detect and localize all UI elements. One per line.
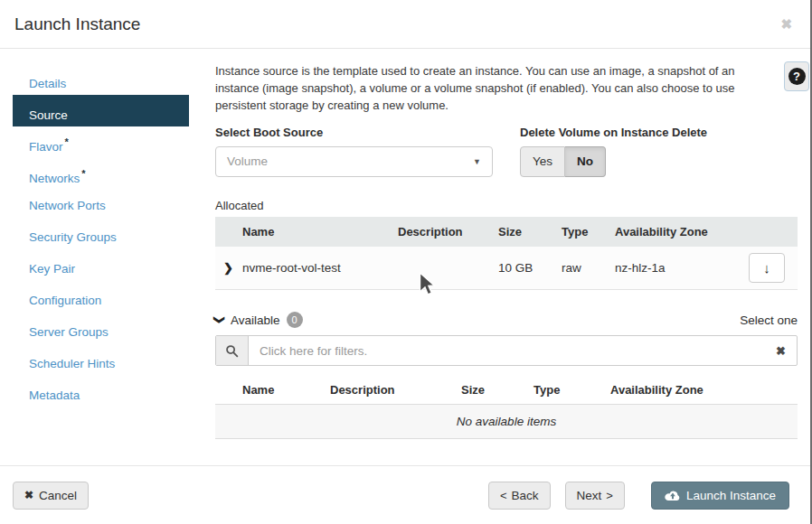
question-icon: ? — [788, 68, 806, 85]
allocated-table: Name Description Size Type Availability … — [215, 217, 798, 291]
available-header: ❯ Available 0 Select one — [215, 312, 798, 328]
sidebar-item-details[interactable]: Details — [13, 63, 189, 95]
arrow-down-icon: ↓ — [763, 260, 770, 276]
sidebar-item-networks[interactable]: Networks* — [13, 158, 189, 190]
row-expander-chevron-icon[interactable]: ❯ — [215, 247, 242, 290]
modal-body: Details Source Flavor* Networks* Network… — [0, 49, 810, 465]
launch-instance-button[interactable]: Launch Instance — [651, 482, 789, 510]
available-title: Available — [231, 313, 280, 327]
allocated-row: ❯ nvme-root-vol-test 10 GB raw nz-hlz-1a… — [215, 247, 798, 290]
chevron-down-icon[interactable]: ❯ — [213, 315, 226, 324]
step-description: Instance source is the template used to … — [215, 63, 751, 115]
available-col-name: Name — [242, 377, 330, 404]
wizard-nav: Details Source Flavor* Networks* Network… — [0, 49, 206, 465]
available-col-az: Availability Zone — [610, 377, 798, 404]
available-header-row: Name Description Size Type Availability … — [215, 377, 798, 404]
close-icon[interactable]: ✖ — [780, 17, 792, 31]
available-col-description: Description — [330, 377, 461, 404]
sidebar-item-server-groups[interactable]: Server Groups — [13, 316, 189, 348]
delete-volume-toggle: Yes No — [520, 146, 707, 177]
allocated-col-description: Description — [398, 217, 498, 247]
deallocate-button[interactable]: ↓ — [749, 253, 785, 283]
x-icon: ✖ — [24, 489, 33, 501]
available-col-type: Type — [533, 377, 610, 404]
cancel-button[interactable]: ✖ Cancel — [13, 482, 89, 510]
required-asterisk: * — [65, 136, 69, 147]
delete-volume-group: Delete Volume on Instance Delete Yes No — [520, 126, 707, 177]
available-count-badge: 0 — [287, 312, 303, 328]
allocated-col-type: Type — [562, 217, 615, 247]
filter-input[interactable] — [249, 336, 765, 365]
required-asterisk: * — [81, 168, 85, 179]
source-step-panel: ? Instance source is the template used t… — [206, 49, 812, 465]
boot-source-select[interactable]: Volume ▼ — [215, 146, 493, 177]
sidebar-item-scheduler-hints[interactable]: Scheduler Hints — [13, 348, 189, 379]
sidebar-item-flavor[interactable]: Flavor* — [13, 126, 189, 158]
delete-volume-no-button[interactable]: No — [565, 146, 606, 177]
available-table: Name Description Size Type Availability … — [215, 377, 798, 439]
delete-volume-yes-button[interactable]: Yes — [520, 146, 565, 177]
modal-header: Launch Instance ✖ — [0, 0, 810, 49]
sidebar-item-configuration[interactable]: Configuration — [13, 285, 189, 316]
chevron-right-icon: > — [606, 489, 613, 502]
allocated-row-description — [398, 247, 498, 290]
clear-filter-icon[interactable]: ✖ — [765, 336, 797, 365]
modal-title: Launch Instance — [14, 14, 140, 34]
cloud-upload-icon — [665, 490, 680, 501]
next-button[interactable]: Next > — [565, 482, 625, 510]
sidebar-item-source[interactable]: Source — [13, 95, 189, 126]
allocated-row-name: nvme-root-vol-test — [242, 247, 398, 290]
allocated-col-az: Availability Zone — [615, 217, 749, 247]
sidebar-item-metadata[interactable]: Metadata — [13, 379, 189, 411]
available-empty-row: No available items — [215, 404, 798, 438]
no-available-items-text: No available items — [215, 404, 798, 438]
boot-source-label: Select Boot Source — [215, 126, 520, 139]
launch-instance-modal: Launch Instance ✖ Details Source Flavor*… — [0, 0, 812, 524]
search-icon — [216, 336, 249, 365]
boot-source-form-row: Select Boot Source Volume ▼ Delete Volum… — [215, 126, 798, 177]
chevron-left-icon: < — [500, 489, 507, 502]
allocated-row-az: nz-hlz-1a — [615, 247, 749, 290]
back-button[interactable]: < Back — [488, 482, 551, 510]
allocated-title: Allocated — [215, 199, 798, 212]
boot-source-group: Select Boot Source Volume ▼ — [215, 126, 520, 177]
help-button[interactable]: ? — [784, 61, 809, 91]
available-col-size: Size — [461, 377, 533, 404]
modal-footer: ✖ Cancel < Back Next > Launch Instance — [0, 465, 810, 524]
select-one-hint: Select one — [740, 313, 798, 327]
chevron-down-icon: ▼ — [473, 157, 481, 166]
sidebar-item-key-pair[interactable]: Key Pair — [13, 253, 189, 285]
allocated-header-row: Name Description Size Type Availability … — [215, 217, 798, 247]
sidebar-item-network-ports[interactable]: Network Ports — [13, 190, 189, 221]
allocated-col-name: Name — [242, 217, 398, 247]
allocated-row-size: 10 GB — [498, 247, 562, 290]
sidebar-item-security-groups[interactable]: Security Groups — [13, 221, 189, 253]
filter-bar: ✖ — [215, 335, 798, 366]
allocated-row-type: raw — [562, 247, 615, 290]
boot-source-selected-value: Volume — [227, 154, 268, 168]
delete-volume-label: Delete Volume on Instance Delete — [520, 126, 707, 139]
allocated-col-size: Size — [498, 217, 562, 247]
